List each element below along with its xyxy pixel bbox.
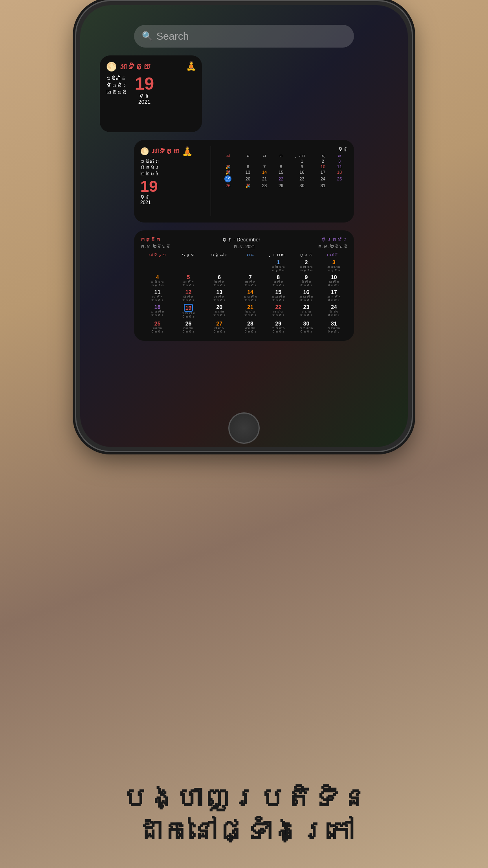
volume-mute-button <box>75 80 76 103</box>
phone-screen: 🔍 Search 🌕 អាទិត្យ 🧘 ១៥កើត មិគសិរ ២៥៦៥ 1… <box>80 5 408 447</box>
volume-down-button <box>75 154 76 186</box>
wl-th-friday: សុក្រ <box>292 252 320 258</box>
cal-cell: 🎉 <box>216 169 240 175</box>
th-wednesday: ព <box>273 153 289 158</box>
cal-cell: 7 <box>256 164 273 169</box>
cal-cell: 24 ៥ រោច មិគសិរ <box>320 303 348 320</box>
day-number-small: 19 <box>135 75 154 92</box>
cal-cell: 25 <box>331 175 348 183</box>
cal-cell: 14 <box>256 169 273 175</box>
wm-moon-icon: 🌕 <box>140 147 149 156</box>
cal-cell: 9 ៥ កើត មិគសិរ <box>292 273 320 288</box>
cal-cell: 🎉 <box>240 183 256 188</box>
cal-cell <box>202 258 237 273</box>
cal-cell: 6 ២ កើត មិគសិរ <box>202 273 237 288</box>
widget-medium: 🌕 អាទិត្យ 🧘 ១៥កើត មិគសិរ ២៥៦៥ 19 ធ្នូ 20… <box>134 140 354 223</box>
cal-cell: 11 <box>331 164 348 169</box>
mini-cal-month: ធ្នូ <box>338 146 348 152</box>
cal-cell: 6 <box>240 164 256 169</box>
cal-cell: 29 <box>273 183 289 188</box>
wl-th-saturday: សៅរ៍ <box>320 252 348 258</box>
cal-cell: 15 ១១ កើត មិគសិរ <box>264 288 292 303</box>
volume-up-button <box>75 115 76 147</box>
cal-cell: 12 ៨ កើត មិគសិរ <box>174 288 202 303</box>
cal-cell: 18 ១៤ កើត មិគសិរ <box>140 303 174 320</box>
cal-cell: 16 ១២ កើត មិគសិរ <box>292 288 320 303</box>
wl-sub-right: គ.ស. ២៥៦៥ <box>317 244 348 249</box>
home-button[interactable] <box>228 412 260 444</box>
cal-cell: 18 <box>331 169 348 175</box>
cal-cell: 26 ៧ រោច មិគសិរ <box>174 320 202 335</box>
bottom-line2: ដាក់នៅផ្ទាំងក្រៅ <box>67 815 421 848</box>
cal-cell: 10 ៦ កើត មិគសិរ <box>320 273 348 288</box>
cal-cell: 21 <box>256 175 273 183</box>
cal-cell: 22 <box>273 175 289 183</box>
th-thursday: ព្រ <box>289 153 315 158</box>
wm-khmer-1: ១៥កើត <box>140 159 206 164</box>
cal-cell: 4 ១៥ រោច កត្ដិក <box>140 273 174 288</box>
bottom-text-area: បង្ហាញប្រតិទិន ដាក់នៅផ្ទាំងក្រៅ <box>67 782 421 848</box>
wl-left-title: កត្ដិក <box>140 237 161 243</box>
cal-cell: 16 <box>289 169 315 175</box>
cal-cell: 28 <box>256 183 273 188</box>
wl-sub-center: គ.ស. 2021 <box>233 244 255 249</box>
cal-cell: 21 ២ រោច មិគសិរ <box>237 303 264 320</box>
cal-cell: 5 ១ កើត មិគសិរ <box>174 273 202 288</box>
year-small: 2021 <box>138 99 150 105</box>
cal-cell: 22 ៣ រោច មិគសិរ <box>264 303 292 320</box>
wl-center-title: ធ្នូ - December <box>222 237 261 243</box>
cal-cell: 27 ៨ រោច មិគសិរ <box>202 320 237 335</box>
th-tuesday: អ <box>256 153 273 158</box>
cal-cell: 10 <box>315 164 331 169</box>
widget-small: 🌕 អាទិត្យ 🧘 ១៥កើត មិគសិរ ២៥៦៥ 19 ធ្នូ 20… <box>100 55 202 132</box>
search-bar[interactable]: 🔍 Search <box>134 25 354 48</box>
khmer-date-1: ១៥កើត <box>106 75 128 81</box>
wm-year: 2021 <box>140 200 206 205</box>
cal-cell: 9 <box>289 164 315 169</box>
buddha-icon: 🧘 <box>186 61 196 71</box>
cal-cell <box>240 158 256 164</box>
khmer-date-3: ២៥៦៥ <box>106 89 128 96</box>
cal-cell: 31 ១២ រោច មិគសិរ <box>320 320 348 335</box>
th-sunday: អា <box>216 153 240 158</box>
cal-cell <box>331 183 348 188</box>
moon-icon: 🌕 <box>106 62 117 72</box>
cal-cell <box>140 258 174 273</box>
bottom-line1: បង្ហាញប្រតិទិន <box>67 782 421 815</box>
cal-cell: 2 <box>315 158 331 164</box>
wl-th-sunday: អាទិត្យ <box>140 252 174 258</box>
cal-cell <box>256 158 273 164</box>
cal-cell: 3 <box>331 158 348 164</box>
cal-cell: 17 <box>315 169 331 175</box>
search-icon: 🔍 <box>142 31 152 41</box>
cal-cell: 30 ១១ រោច មិគសិរ <box>292 320 320 335</box>
power-button <box>412 123 413 166</box>
cal-cell: 14 ១០ កើត មិគសិរ <box>237 288 264 303</box>
wm-buddha-icon: 🧘 <box>182 146 193 156</box>
wm-title: អាទិត្យ <box>151 147 180 156</box>
cal-cell: 17 ១៣ កើត មិគសិរ <box>320 288 348 303</box>
cal-cell <box>174 258 202 273</box>
cal-cell: 28 ៩ រោច មិគសិរ <box>237 320 264 335</box>
wm-month: ធ្នូ <box>140 194 206 200</box>
cal-cell: 1 <box>289 158 315 164</box>
cal-cell: 11 ៧ កើត មិគសិរ <box>140 288 174 303</box>
cal-cell: 20 <box>240 175 256 183</box>
cal-cell: 8 <box>273 164 289 169</box>
th-friday: សុ <box>315 153 331 158</box>
phone-frame: 🔍 Search 🌕 អាទិត្យ 🧘 ១៥កើត មិគសិរ ២៥៦៥ 1… <box>75 0 413 452</box>
cal-cell <box>216 158 240 164</box>
widget-large: កត្ដិក ធ្នូ - December ចិត្រស័រ គ.ស. ២៥៦… <box>134 230 354 341</box>
cal-cell: 23 ៤ រោច មិគសិរ <box>292 303 320 320</box>
cal-cell: 13 ៩ កើត មិគសិរ <box>202 288 237 303</box>
search-input: Search <box>156 30 189 42</box>
cal-cell: 19 <box>216 175 240 183</box>
cal-cell: 🎉 <box>216 164 240 169</box>
th-saturday: ស <box>331 153 348 158</box>
cal-cell: 24 <box>315 175 331 183</box>
wl-right-title: ចិត្រស័រ <box>321 237 348 243</box>
cal-cell: 7 ៣ កើត មិគសិរ <box>237 273 264 288</box>
wl-th-tuesday: អង្គារ <box>202 252 237 258</box>
cal-cell: 25 ៦ រោច មិគសិរ <box>140 320 174 335</box>
cal-cell: 13 <box>240 169 256 175</box>
